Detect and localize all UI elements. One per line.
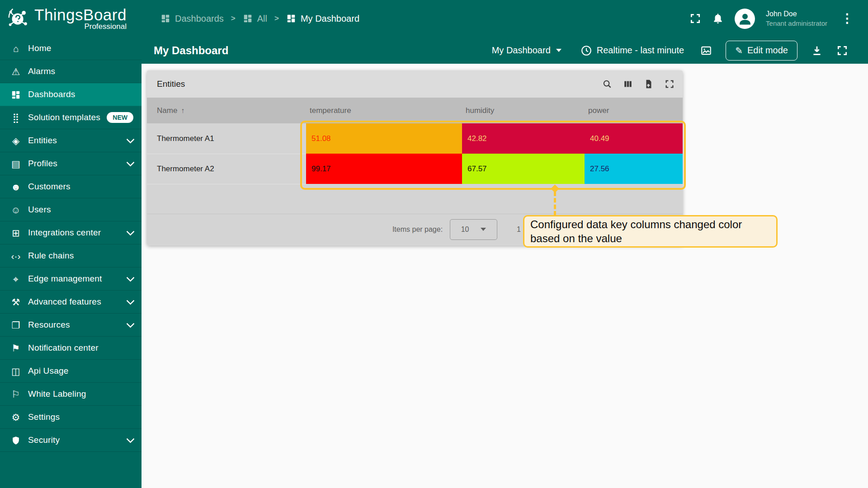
user-role: Tenant administrator (766, 19, 827, 28)
header-actions: John Doe Tenant administrator ⋮ (689, 9, 868, 29)
breadcrumb-separator: > (274, 14, 279, 23)
timewindow-button[interactable]: Realtime - last minute (578, 44, 687, 57)
annotation-callout: Configured data key columns changed colo… (523, 215, 778, 248)
dashboard-toolbar: My Dashboard My Dashboard Realtime - las… (142, 37, 868, 64)
sidebar-item-label: Integrations center (28, 228, 101, 238)
breadcrumb-item-all[interactable]: All (243, 14, 267, 24)
new-badge: NEW (107, 112, 133, 123)
widget-header: Entities (147, 70, 683, 98)
columns-icon (623, 79, 633, 89)
dashboard-image-button[interactable] (700, 45, 712, 56)
breadcrumb-label: My Dashboard (301, 14, 359, 24)
chevron-down-icon (481, 228, 486, 231)
widget-columns-button[interactable] (623, 79, 633, 89)
avatar[interactable] (735, 9, 755, 29)
sidebar-item-solution-templates[interactable]: ⣿Solution templatesNEW (0, 106, 142, 129)
sidebar-item-resources[interactable]: ❐Resources (0, 314, 142, 337)
breadcrumb-label: Dashboards (175, 14, 224, 24)
sidebar-item-profiles[interactable]: ▤Profiles (0, 152, 142, 175)
sidebar-item-edge-management[interactable]: ⌖Edge management (0, 267, 142, 291)
sidebar-item-label: White Labeling (28, 389, 86, 399)
person-icon (737, 10, 753, 27)
table-row[interactable]: Thermometer A151.0842.8240.49 (147, 123, 683, 154)
rule-chains-icon: ‹·› (10, 251, 22, 261)
more-vert-icon: ⋮ (841, 11, 854, 25)
sidebar-item-integrations-center[interactable]: ⊞Integrations center (0, 221, 142, 244)
sidebar-item-label: Home (28, 43, 51, 53)
sidebar-item-white-labeling[interactable]: ⚐White Labeling (0, 383, 142, 406)
dashboard-select[interactable]: My Dashboard (489, 45, 564, 56)
breadcrumb-item-dashboards[interactable]: Dashboards (160, 14, 224, 24)
humidity-cell: 42.82 (462, 123, 585, 154)
app-logo[interactable]: ThingsBoard Professional (0, 0, 142, 37)
sidebar-item-label: Security (28, 435, 60, 445)
edit-mode-button[interactable]: ✎ Edit mode (726, 41, 797, 61)
fullscreen-button[interactable] (689, 13, 701, 24)
user-menu[interactable]: John Doe Tenant administrator (766, 9, 827, 28)
sidebar-item-notification-center[interactable]: ⚑Notification center (0, 337, 142, 360)
chevron-down-icon (126, 273, 134, 282)
widget-search-button[interactable] (602, 79, 612, 89)
table-row[interactable]: Thermometer A299.1767.5727.56 (147, 154, 683, 184)
dashboard-select-value: My Dashboard (492, 45, 551, 56)
alarms-icon: ⚠ (10, 67, 22, 76)
column-header-power[interactable]: power (585, 106, 683, 115)
api-usage-icon: ◫ (10, 366, 22, 376)
export-dashboard-button[interactable] (811, 45, 823, 56)
column-header-name[interactable]: Name ↑ (147, 106, 306, 115)
sidebar-item-api-usage[interactable]: ◫Api Usage (0, 360, 142, 383)
fullscreen-icon (836, 45, 848, 56)
search-icon (602, 79, 612, 89)
dashboard-icon (286, 14, 296, 23)
widget-export-button[interactable] (644, 79, 654, 89)
sidebar-item-label: Settings (28, 412, 60, 422)
breadcrumb-label: All (257, 14, 267, 24)
column-header-humidity[interactable]: humidity (462, 106, 585, 115)
widget-actions (602, 79, 675, 89)
row-divider (147, 184, 306, 184)
sidebar-item-rule-chains[interactable]: ‹·›Rule chains (0, 244, 142, 267)
breadcrumb: Dashboards > All > My Dashboard (160, 14, 359, 24)
notifications-button[interactable] (712, 13, 724, 24)
sidebar-item-entities[interactable]: ◈Entities (0, 129, 142, 152)
sidebar-item-customers[interactable]: ☻Customers (0, 175, 142, 198)
sidebar-item-dashboards[interactable]: Dashboards (0, 83, 142, 106)
pagination-divider (147, 214, 683, 214)
sidebar-item-settings[interactable]: ⚙Settings (0, 406, 142, 429)
entities-icon: ◈ (10, 136, 22, 145)
sidebar-item-label: Advanced features (28, 297, 101, 307)
sidebar-item-users[interactable]: ☺Users (0, 198, 142, 221)
clock-icon (580, 45, 592, 56)
more-menu-button[interactable]: ⋮ (838, 12, 856, 25)
users-icon: ☺ (10, 205, 22, 215)
image-icon (700, 45, 712, 56)
sidebar-item-alarms[interactable]: ⚠Alarms (0, 60, 142, 83)
widget-fullscreen-button[interactable] (665, 79, 675, 89)
chevron-down-icon (556, 49, 561, 52)
entity-name-cell: Thermometer A1 (147, 123, 306, 154)
chevron-down-icon (126, 135, 134, 143)
resources-icon: ❐ (10, 320, 22, 330)
temperature-cell: 99.17 (306, 154, 462, 184)
sidebar-item-label: Dashboards (28, 89, 75, 99)
sidebar-item-label: Entities (28, 136, 57, 145)
items-per-page-select[interactable]: 10 (450, 219, 497, 240)
sidebar-item-home[interactable]: ⌂Home (0, 37, 142, 60)
top-header: ThingsBoard Professional Dashboards > Al… (0, 0, 868, 37)
column-header-temperature[interactable]: temperature (306, 106, 462, 115)
white-labeling-icon: ⚐ (10, 389, 22, 399)
toolbar-fullscreen-button[interactable] (836, 45, 848, 56)
fullscreen-icon (689, 13, 701, 24)
fullscreen-icon (665, 79, 675, 89)
notification-icon: ⚑ (10, 343, 22, 353)
file-export-icon (644, 79, 654, 89)
edit-mode-label: Edit mode (747, 45, 788, 56)
profiles-icon: ▤ (10, 159, 22, 169)
page-title: My Dashboard (154, 44, 228, 57)
breadcrumb-item-my-dashboard[interactable]: My Dashboard (286, 14, 359, 24)
widget-title: Entities (157, 79, 185, 89)
sidebar-item-label: Customers (28, 182, 71, 192)
sidebar-item-advanced-features[interactable]: ⚒Advanced features (0, 291, 142, 314)
temperature-cell: 51.08 (306, 123, 462, 154)
sidebar-item-security[interactable]: Security (0, 429, 142, 452)
